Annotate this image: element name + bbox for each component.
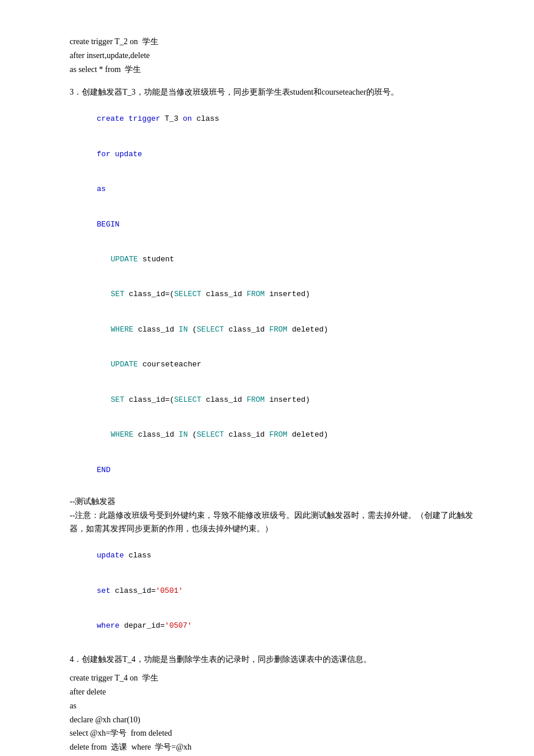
kw-update-test: update: [97, 551, 124, 560]
t3-line5: UPDATE student: [70, 242, 476, 277]
kw-on: on: [183, 114, 192, 123]
t3-line10: WHERE class_id IN (SELECT class_id FROM …: [70, 417, 476, 452]
kw-from2: FROM: [269, 325, 287, 334]
kw-in1: IN: [179, 325, 188, 334]
t2-line1: create trigger T_2 on 学生: [70, 35, 476, 49]
t3-line3: as: [70, 172, 476, 207]
t4-line5: select @xh=学号 from deleted: [70, 726, 476, 740]
trigger-t2-block: create trigger T_2 on 学生 after insert,up…: [70, 35, 476, 76]
kw-where-test: where: [97, 621, 120, 630]
kw-begin: BEGIN: [97, 220, 120, 229]
kw-for-update: for update: [97, 150, 142, 159]
str-0501: '0501': [156, 586, 183, 595]
t4-line3: as: [70, 699, 476, 713]
t4-line2: after delete: [70, 685, 476, 699]
trigger-t4-block: create trigger T_4 on 学生 after delete as…: [70, 671, 476, 754]
page-content: create trigger T_2 on 学生 after insert,up…: [70, 35, 476, 756]
kw-from4: FROM: [269, 430, 287, 439]
kw-select2: SELECT: [197, 325, 224, 334]
t3-line11: END: [70, 452, 476, 487]
t3-line9: SET class_id=(SELECT class_id FROM inser…: [70, 383, 476, 417]
t3-line6: SET class_id=(SELECT class_id FROM inser…: [70, 277, 476, 312]
t4-line4: declare @xh char(10): [70, 713, 476, 727]
kw-set2: SET: [111, 395, 124, 404]
kw-where1: WHERE: [111, 325, 134, 334]
kw-in2: IN: [179, 430, 188, 439]
comment-line1: --测试触发器: [70, 495, 476, 509]
kw-from3: FROM: [247, 395, 265, 404]
kw-set1: SET: [111, 290, 124, 298]
kw-from1: FROM: [247, 290, 265, 298]
section4-title: 4．创建触发器T_4，功能是当删除学生表的记录时，同步删除选课表中的选课信息。: [70, 653, 476, 667]
t3-line1: create trigger T_3 on class: [70, 102, 476, 136]
t3-line4: BEGIN: [70, 207, 476, 242]
kw-select4: SELECT: [197, 430, 224, 439]
trigger-t3-block: create trigger T_3 on class for update a…: [70, 102, 476, 488]
kw-create: create trigger: [97, 114, 160, 123]
t2-line2: after insert,update,delete: [70, 49, 476, 63]
test-t3-line3: where depar_id='0507': [70, 609, 476, 643]
t4-line6: delete from 选课 where 学号=@xh: [70, 740, 476, 754]
t3-line8: UPDATE courseteacher: [70, 347, 476, 382]
kw-select1: SELECT: [174, 290, 201, 298]
test-t3-line2: set class_id='0501': [70, 574, 476, 609]
t3-name: T_3: [160, 114, 183, 123]
str-0507: '0507': [165, 621, 192, 630]
kw-select3: SELECT: [174, 395, 201, 404]
t3-line7: WHERE class_id IN (SELECT class_id FROM …: [70, 312, 476, 347]
kw-where2: WHERE: [111, 430, 134, 439]
kw-as: as: [97, 185, 106, 193]
section3-title: 3．创建触发器T_3，功能是当修改班级班号，同步更新学生表student和cou…: [70, 85, 476, 99]
t4-line1: create trigger T_4 on 学生: [70, 671, 476, 685]
comment-line2: --注意：此题修改班级号受到外键约束，导致不能修改班级号。因此测试触发器时，需去…: [70, 509, 476, 537]
test-t3-block: update class set class_id='0501' where d…: [70, 538, 476, 643]
kw-update1: UPDATE: [111, 255, 138, 264]
test-comment-block: --测试触发器 --注意：此题修改班级号受到外键约束，导致不能修改班级号。因此测…: [70, 495, 476, 536]
t2-line3: as select * from 学生: [70, 63, 476, 77]
t3-line2: for update: [70, 137, 476, 172]
kw-update2: UPDATE: [111, 360, 138, 369]
test-t3-line1: update class: [70, 538, 476, 573]
kw-set-test: set: [97, 586, 110, 595]
kw-end: END: [97, 466, 110, 474]
t3-table: class: [192, 114, 219, 123]
